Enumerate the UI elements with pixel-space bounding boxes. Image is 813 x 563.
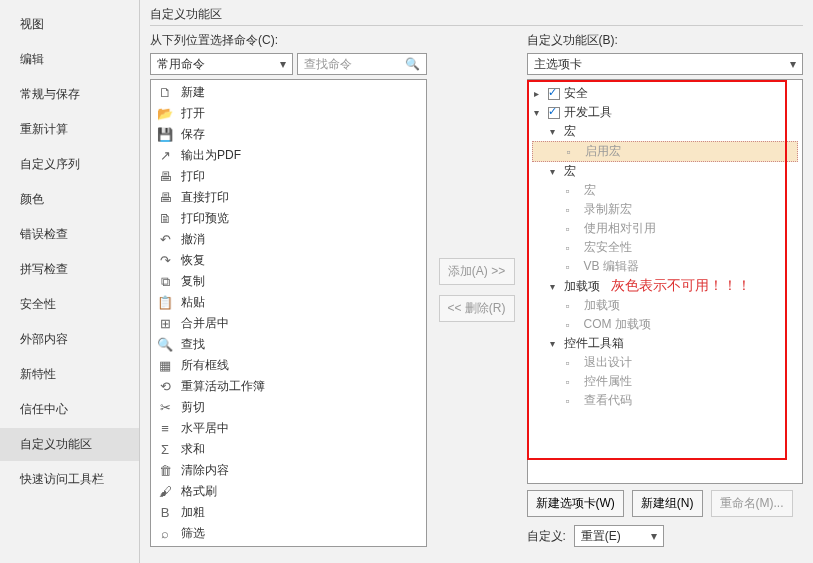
- tree-group[interactable]: ▾控件工具箱: [532, 334, 799, 353]
- command-item[interactable]: ⊞合并居中: [151, 313, 426, 334]
- add-button[interactable]: 添加(A) >>: [439, 258, 515, 285]
- tree-leaf[interactable]: ▫使用相对引用: [532, 219, 799, 238]
- tree-label: 宏: [564, 163, 576, 180]
- sidebar-item-3[interactable]: 重新计算: [0, 113, 139, 146]
- toggle-icon: ▾: [534, 107, 544, 118]
- tree-leaf[interactable]: ▫宏: [532, 181, 799, 200]
- sidebar-item-4[interactable]: 自定义序列: [0, 148, 139, 181]
- sidebar-item-1[interactable]: 编辑: [0, 43, 139, 76]
- command-item[interactable]: B加粗: [151, 502, 426, 523]
- checkbox[interactable]: [548, 107, 560, 119]
- command-item[interactable]: 🗎打印预览: [151, 208, 426, 229]
- sidebar-item-10[interactable]: 新特性: [0, 358, 139, 391]
- command-item[interactable]: ↷恢复: [151, 250, 426, 271]
- command-item[interactable]: ↗输出为PDF: [151, 145, 426, 166]
- command-label: 打印预览: [181, 210, 229, 227]
- tree-leaf[interactable]: ▫录制新宏: [532, 200, 799, 219]
- command-item[interactable]: Σ求和: [151, 439, 426, 460]
- customize-label: 自定义:: [527, 528, 566, 545]
- tree-label: 安全: [564, 85, 588, 102]
- tree-leaf-label: 退出设计: [584, 354, 632, 371]
- command-item[interactable]: ▦所有框线: [151, 355, 426, 376]
- command-item[interactable]: 🖌格式刷: [151, 481, 426, 502]
- sidebar-item-12[interactable]: 自定义功能区: [0, 428, 139, 461]
- leaf-icon: ▫: [566, 222, 580, 236]
- sidebar-item-9[interactable]: 外部内容: [0, 323, 139, 356]
- command-icon: 🖶: [157, 169, 173, 185]
- remove-button[interactable]: << 删除(R): [439, 295, 515, 322]
- ribbon-tree[interactable]: ▸安全▾开发工具▾宏▫启用宏▾宏▫宏▫录制新宏▫使用相对引用▫宏安全性▫VB 编…: [527, 79, 804, 484]
- command-icon: Σ: [157, 442, 173, 458]
- command-label: 粘贴: [181, 294, 205, 311]
- command-label: 打印: [181, 168, 205, 185]
- command-item[interactable]: ↶撤消: [151, 229, 426, 250]
- command-icon: ↶: [157, 232, 173, 248]
- tree-leaf[interactable]: ▫宏安全性: [532, 238, 799, 257]
- command-item[interactable]: ⟲重算活动工作簿: [151, 376, 426, 397]
- sidebar-item-6[interactable]: 错误检查: [0, 218, 139, 251]
- command-label: 清除内容: [181, 462, 229, 479]
- checkbox[interactable]: [548, 88, 560, 100]
- command-label: 剪切: [181, 399, 205, 416]
- tree-leaf[interactable]: ▫VB 编辑器: [532, 257, 799, 276]
- command-item[interactable]: 💾保存: [151, 124, 426, 145]
- sidebar-item-5[interactable]: 颜色: [0, 183, 139, 216]
- tree-leaf[interactable]: ▫控件属性: [532, 372, 799, 391]
- reset-combo[interactable]: 重置(E): [574, 525, 664, 547]
- tree-group[interactable]: ▾宏: [532, 162, 799, 181]
- command-label: 恢复: [181, 252, 205, 269]
- tree-leaf-label: 宏安全性: [584, 239, 632, 256]
- tree-leaf[interactable]: ▫COM 加载项: [532, 315, 799, 334]
- toggle-icon: ▾: [550, 338, 560, 349]
- command-item[interactable]: 🗑清除内容: [151, 460, 426, 481]
- sidebar-item-0[interactable]: 视图: [0, 8, 139, 41]
- leaf-icon: ▫: [566, 299, 580, 313]
- tree-label: 控件工具箱: [564, 335, 624, 352]
- toggle-icon: ▾: [550, 126, 560, 137]
- command-item[interactable]: 🖶打印: [151, 166, 426, 187]
- rename-button[interactable]: 重命名(M)...: [711, 490, 793, 517]
- search-command-input[interactable]: 查找命令 🔍: [297, 53, 427, 75]
- command-item[interactable]: ≡水平居中: [151, 418, 426, 439]
- tree-leaf[interactable]: ▫退出设计: [532, 353, 799, 372]
- sidebar-item-7[interactable]: 拼写检查: [0, 253, 139, 286]
- tree-leaf-label: COM 加载项: [584, 316, 651, 333]
- tree-leaf[interactable]: ▫启用宏: [532, 141, 799, 162]
- command-label: 直接打印: [181, 189, 229, 206]
- tree-top[interactable]: ▾开发工具: [532, 103, 799, 122]
- tree-leaf-label: 加载项: [584, 297, 620, 314]
- tree-group[interactable]: ▾加载项 灰色表示不可用！！！: [532, 276, 799, 296]
- command-item[interactable]: 🖶直接打印: [151, 187, 426, 208]
- commands-source-combo[interactable]: 常用命令: [150, 53, 293, 75]
- command-item[interactable]: 📋粘贴: [151, 292, 426, 313]
- tree-leaf-label: 使用相对引用: [584, 220, 656, 237]
- ribbon-scope-combo[interactable]: 主选项卡: [527, 53, 804, 75]
- command-item[interactable]: ⌕筛选: [151, 523, 426, 544]
- command-icon: ↗: [157, 148, 173, 164]
- command-item[interactable]: ⧉复制: [151, 271, 426, 292]
- command-item[interactable]: ✂剪切: [151, 397, 426, 418]
- command-icon: 🖶: [157, 190, 173, 206]
- command-icon: 📂: [157, 106, 173, 122]
- command-item[interactable]: 🔍查找: [151, 334, 426, 355]
- sidebar-item-2[interactable]: 常规与保存: [0, 78, 139, 111]
- tree-group[interactable]: ▾宏: [532, 122, 799, 141]
- command-label: 重算活动工作簿: [181, 378, 265, 395]
- command-item[interactable]: 📂打开: [151, 103, 426, 124]
- tree-top[interactable]: ▸安全: [532, 84, 799, 103]
- command-icon: ⌕: [157, 526, 173, 542]
- new-tab-button[interactable]: 新建选项卡(W): [527, 490, 624, 517]
- leaf-icon: ▫: [566, 375, 580, 389]
- command-item[interactable]: 🗋新建: [151, 82, 426, 103]
- tree-leaf[interactable]: ▫加载项: [532, 296, 799, 315]
- command-icon: 📋: [157, 295, 173, 311]
- command-label: 复制: [181, 273, 205, 290]
- sidebar-item-8[interactable]: 安全性: [0, 288, 139, 321]
- command-icon: ⊞: [157, 316, 173, 332]
- sidebar-item-11[interactable]: 信任中心: [0, 393, 139, 426]
- tree-leaf[interactable]: ▫查看代码: [532, 391, 799, 410]
- commands-list[interactable]: 🗋新建📂打开💾保存↗输出为PDF🖶打印🖶直接打印🗎打印预览↶撤消↷恢复⧉复制📋粘…: [150, 79, 427, 547]
- sidebar-item-13[interactable]: 快速访问工具栏: [0, 463, 139, 496]
- new-group-button[interactable]: 新建组(N): [632, 490, 703, 517]
- leaf-icon: ▫: [566, 394, 580, 408]
